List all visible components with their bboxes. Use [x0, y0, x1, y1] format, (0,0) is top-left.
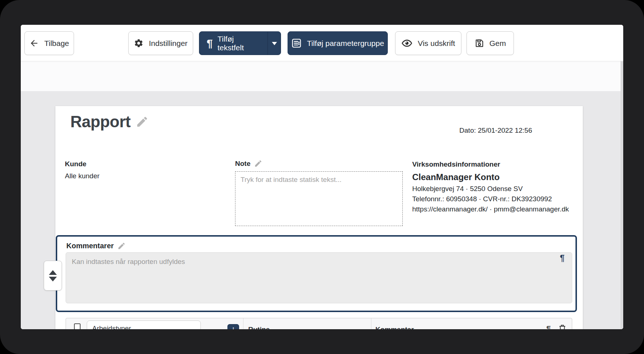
row-checkbox[interactable]: [74, 323, 81, 329]
comments-textarea[interactable]: [66, 252, 572, 303]
gear-icon: [134, 38, 144, 48]
info-button[interactable]: i: [227, 324, 239, 329]
report-card: Rapport Dato: 25/01-2022 12:56 Kunde All…: [55, 106, 583, 329]
preview-button[interactable]: Vis udskrift: [395, 31, 461, 55]
drag-handle[interactable]: [44, 261, 62, 291]
column-label-comment: Kommentar: [375, 326, 414, 329]
add-textfield-split-button: ¶ Tilføj tekstfelt: [199, 31, 281, 55]
back-button[interactable]: Tilbage: [24, 31, 74, 55]
info-button-label: i: [233, 326, 234, 329]
list-icon: [291, 38, 302, 48]
add-textfield-button[interactable]: ¶ Tilføj tekstfelt: [199, 32, 262, 55]
arrow-left-icon: [29, 38, 39, 48]
paragraph-icon[interactable]: ¶: [546, 325, 551, 329]
delete-icon[interactable]: [558, 323, 567, 329]
comments-label: Kommentarer: [66, 242, 114, 250]
note-label: Note: [235, 160, 250, 168]
company-web-email: https://cleanmanager.dk/ · pmm@cleanmana…: [412, 204, 569, 214]
drag-up-icon: [49, 270, 57, 275]
back-button-label: Tilbage: [44, 39, 69, 48]
company-phone-cvr: Telefonnr.: 60950348 · CVR-nr.: DK392309…: [412, 194, 569, 204]
column-label-routine: Rutine: [248, 326, 270, 329]
report-title: Rapport: [70, 113, 130, 131]
add-textfield-caret-button[interactable]: [268, 32, 281, 55]
company-address: Holkebjergvej 74 · 5250 Odense SV: [412, 184, 569, 194]
vertical-scrollbar[interactable]: [621, 61, 623, 329]
toolbar-substrip: [21, 61, 623, 91]
chevron-down-icon: [272, 42, 277, 48]
column-divider: [371, 318, 371, 329]
add-parametergroup-label: Tilføj parametergruppe: [307, 39, 384, 48]
toolbar: Tilbage Indstillinger ¶ Tilføj tekstfelt…: [21, 25, 623, 61]
comments-section[interactable]: Kommentarer ¶: [56, 235, 577, 312]
edit-title-pencil-icon[interactable]: [136, 115, 149, 128]
report-date: Dato: 25/01-2022 12:56: [459, 127, 532, 135]
group-title-input[interactable]: [87, 320, 201, 329]
customer-label: Kunde: [65, 160, 86, 168]
eye-icon: [401, 38, 413, 49]
note-input[interactable]: Tryk for at indtaste statisk tekst...: [235, 171, 403, 226]
settings-button-label: Indstillinger: [149, 39, 187, 48]
edit-comments-pencil-icon[interactable]: [117, 242, 126, 250]
save-icon: [475, 38, 484, 48]
edit-note-pencil-icon[interactable]: [254, 159, 262, 168]
parameter-group-table: i Rutine Kommentar ¶: [66, 318, 572, 329]
note-placeholder: Tryk for at indtaste statisk tekst...: [241, 176, 341, 183]
company-name: CleanManager Konto: [412, 171, 569, 183]
preview-button-label: Vis udskrift: [418, 39, 455, 48]
save-button-label: Gem: [489, 39, 506, 48]
app-screen: Tilbage Indstillinger ¶ Tilføj tekstfelt…: [21, 25, 623, 329]
column-divider: [243, 318, 243, 329]
add-parametergroup-button[interactable]: Tilføj parametergruppe: [288, 31, 388, 55]
settings-button[interactable]: Indstillinger: [128, 31, 193, 55]
company-info-label: Virksomhedsinformationer: [412, 159, 569, 170]
paragraph-indicator-icon: ¶: [560, 254, 565, 262]
add-textfield-label: Tilføj tekstfelt: [218, 35, 256, 52]
customer-value: Alle kunder: [65, 172, 99, 180]
save-button[interactable]: Gem: [467, 31, 514, 55]
drag-down-icon: [49, 277, 57, 281]
paragraph-icon: ¶: [207, 38, 213, 49]
